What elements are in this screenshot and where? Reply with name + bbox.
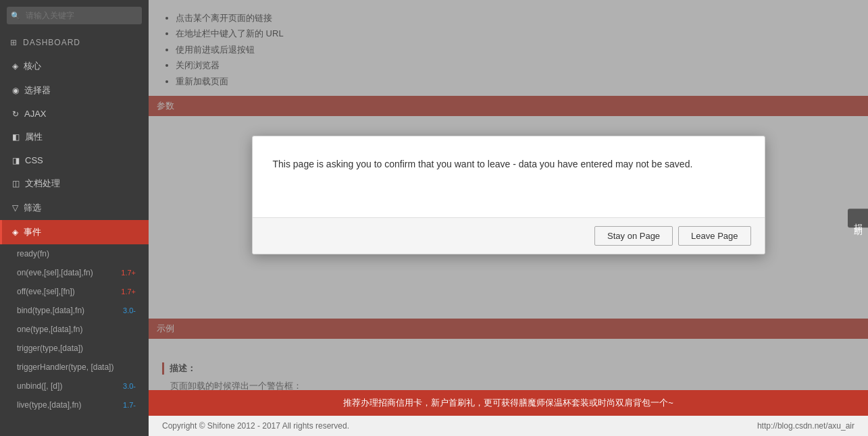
sub-label-live: live(type,[data],fn) (17, 400, 81, 410)
dialog-footer: Stay on Page Leave Page (253, 217, 765, 254)
sidebar-item-event[interactable]: ◈事件 (0, 220, 149, 244)
donate-button[interactable]: 捐 助 (848, 209, 868, 227)
content-area: 点击某个离开页面的链接在地址栏中键入了新的 URL使用前进或后退按钮关闭浏览器重… (149, 0, 868, 390)
ajax-icon: ↻ (12, 109, 19, 119)
leave-page-button[interactable]: Leave Page (678, 226, 750, 246)
sidebar-sub-item-trigger[interactable]: trigger(type,[data]) (0, 339, 149, 358)
sub-items: ready(fn)on(eve,[sel],[data],fn)1.7+off(… (0, 244, 149, 414)
css-icon: ◨ (12, 156, 20, 165)
sidebar-item-selector[interactable]: ◉选择器 (0, 78, 149, 103)
sub-label-one: one(type,[data],fn) (17, 325, 82, 334)
sub-label-bind: bind(type,[data],fn) (17, 306, 84, 315)
sidebar-sub-item-live[interactable]: live(type,[data],fn)1.7- (0, 396, 149, 414)
stay-on-page-button[interactable]: Stay on Page (594, 226, 673, 246)
sub-label-ready: ready(fn) (17, 249, 49, 258)
sub-label-unbind: unbind([, [d]) (17, 381, 62, 391)
selector-icon: ◉ (12, 86, 19, 95)
sidebar-search-area (0, 0, 149, 31)
doc-icon: ◫ (12, 179, 20, 188)
sidebar-item-label: AJAX (24, 109, 47, 119)
sidebar-item-filter[interactable]: ▽筛选 (0, 196, 149, 220)
sidebar-item-label: 核心 (24, 60, 41, 72)
badge-unbind: 3.0- (120, 381, 138, 391)
search-input[interactable] (7, 7, 142, 24)
sidebar: DASHBOARD ◈核心◉选择器↻AJAX◧属性◨CSS◫文档处理▽筛选◈事件… (0, 0, 149, 436)
sidebar-item-label: CSS (25, 155, 43, 165)
dialog-message: This page is asking you to confirm that … (273, 159, 693, 169)
dashboard-label: DASHBOARD (23, 38, 80, 47)
sub-label-trigger: trigger(type,[data]) (17, 344, 83, 353)
sidebar-item-label: 筛选 (24, 202, 41, 214)
sidebar-item-label: 选择器 (24, 84, 51, 97)
sidebar-item-css[interactable]: ◨CSS (0, 149, 149, 171)
sub-label-off: off(eve,[sel],[fn]) (17, 287, 75, 296)
copyright-text: Copyright © Shifone 2012 - 2017 All righ… (162, 421, 349, 431)
attr-icon: ◧ (12, 132, 20, 142)
badge-off: 1.7+ (118, 287, 138, 296)
sidebar-sub-item-unbind[interactable]: unbind([, [d])3.0- (0, 377, 149, 396)
badge-live: 1.7- (120, 400, 138, 410)
footer-url: http://blog.csdn.net/axu_air (757, 421, 854, 431)
sidebar-item-label: 属性 (25, 131, 43, 143)
sidebar-item-doc[interactable]: ◫文档处理 (0, 171, 149, 196)
sub-label-triggerHandler: triggerHandler(type, [data]) (17, 362, 113, 372)
filter-icon: ▽ (12, 203, 18, 213)
main-area: 点击某个离开页面的链接在地址栏中键入了新的 URL使用前进或后退按钮关闭浏览器重… (149, 0, 868, 436)
sidebar-item-ajax[interactable]: ↻AJAX (0, 103, 149, 125)
sidebar-sub-item-off[interactable]: off(eve,[sel],[fn])1.7+ (0, 282, 149, 301)
dialog-overlay: This page is asking you to confirm that … (149, 0, 868, 390)
dialog-box: This page is asking you to confirm that … (252, 136, 765, 254)
footer-bottom: Copyright © Shifone 2012 - 2017 All righ… (149, 416, 868, 436)
sidebar-sub-item-bind[interactable]: bind(type,[data],fn)3.0- (0, 301, 149, 320)
sub-label-on: on(eve,[sel],[data],fn) (17, 268, 93, 277)
core-icon: ◈ (12, 61, 18, 71)
footer-banner: 推荐办理招商信用卡，新户首刷礼，更可获得膳魔师保温杯套装或时尚双肩背包一个~ (149, 390, 868, 416)
sidebar-sub-item-triggerHandler[interactable]: triggerHandler(type, [data]) (0, 358, 149, 377)
sidebar-item-label: 事件 (24, 226, 41, 238)
sidebar-sub-item-one[interactable]: one(type,[data],fn) (0, 320, 149, 339)
sidebar-item-attr[interactable]: ◧属性 (0, 125, 149, 149)
sidebar-sub-item-on[interactable]: on(eve,[sel],[data],fn)1.7+ (0, 263, 149, 282)
badge-bind: 3.0- (120, 306, 138, 315)
sidebar-item-core[interactable]: ◈核心 (0, 54, 149, 78)
nav-items: ◈核心◉选择器↻AJAX◧属性◨CSS◫文档处理▽筛选◈事件 (0, 54, 149, 244)
event-icon: ◈ (12, 227, 18, 237)
sidebar-sub-item-ready[interactable]: ready(fn) (0, 244, 149, 263)
sidebar-dashboard: DASHBOARD (0, 31, 149, 54)
dialog-content: This page is asking you to confirm that … (253, 136, 765, 217)
sidebar-item-label: 文档处理 (25, 178, 60, 190)
badge-on: 1.7+ (118, 268, 138, 277)
